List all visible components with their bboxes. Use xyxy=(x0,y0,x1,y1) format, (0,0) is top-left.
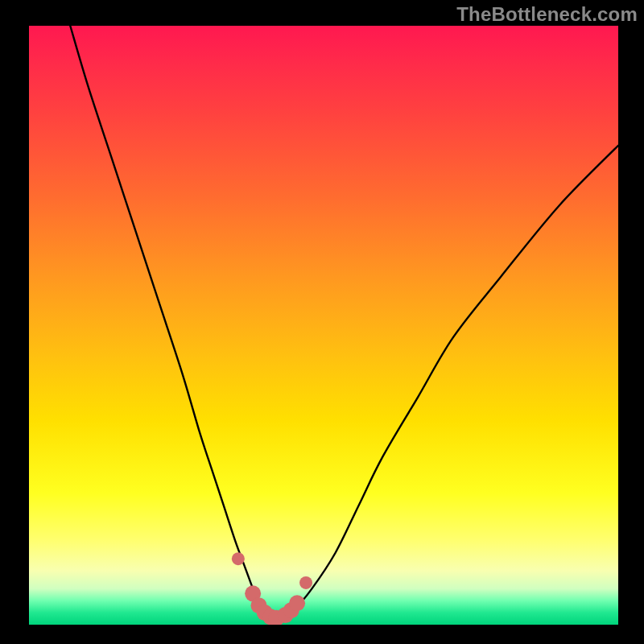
watermark-text: TheBottleneck.com xyxy=(456,3,638,26)
highlight-marker xyxy=(299,576,312,589)
plot-area xyxy=(29,26,618,625)
highlight-markers xyxy=(29,26,618,625)
highlight-marker xyxy=(289,595,305,611)
chart-frame: TheBottleneck.com xyxy=(0,0,644,644)
highlight-marker xyxy=(232,552,245,565)
